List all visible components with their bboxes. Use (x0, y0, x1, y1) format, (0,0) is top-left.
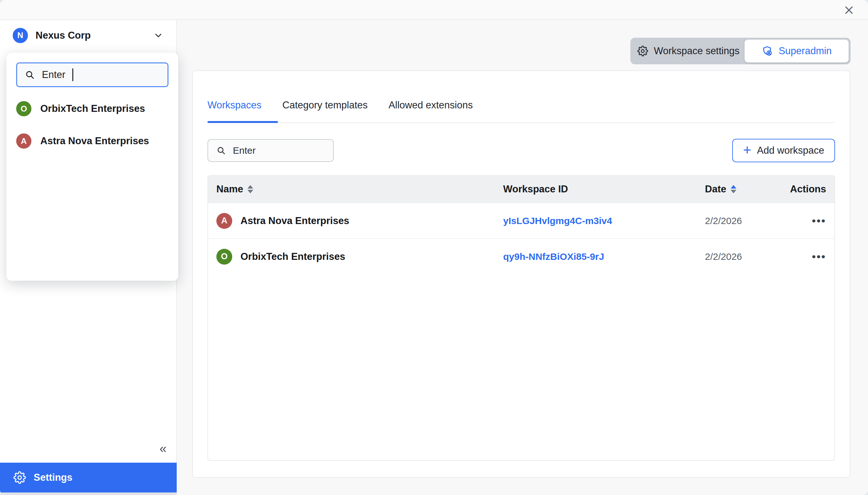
close-icon[interactable] (842, 3, 856, 17)
sort-icon-active[interactable] (731, 185, 736, 193)
org-item-name: Astra Nova Enterprises (40, 135, 149, 147)
chevron-down-icon[interactable] (153, 30, 163, 40)
tab-category-templates[interactable]: Category templates (282, 100, 368, 122)
column-header-name[interactable]: Name (208, 184, 503, 195)
window-titlebar (0, 0, 868, 20)
gear-icon (637, 46, 648, 56)
window-bottom-edge (0, 493, 177, 495)
sort-icon[interactable] (247, 185, 253, 193)
workspace-name: Astra Nova Enterprises (241, 215, 349, 226)
org-search-value: Enter (42, 69, 65, 81)
org-item-avatar: O (16, 101, 31, 116)
org-dropdown-panel: Enter O OrbixTech Enterprises A Astra No… (6, 53, 178, 281)
search-icon (25, 70, 35, 80)
workspace-id-link[interactable]: yIsLGJHvlgmg4C-m3iv4 (503, 216, 705, 226)
column-header-date[interactable]: Date (705, 184, 769, 195)
workspace-date: 2/2/2026 (705, 216, 769, 226)
mode-toggle: Workspace settings Superadmin (630, 38, 851, 64)
gear-icon (13, 471, 26, 484)
workspace-settings-label: Workspace settings (654, 45, 739, 57)
plus-icon: + (743, 143, 751, 157)
superadmin-label: Superadmin (779, 45, 832, 57)
search-icon (216, 146, 226, 155)
table-row[interactable]: O OrbixTech Enterprises qy9h-NNfzBiOXi85… (208, 238, 834, 274)
row-actions-menu-icon[interactable]: ••• (812, 250, 834, 263)
row-actions-menu-icon[interactable]: ••• (812, 215, 834, 227)
org-name: Nexus Corp (35, 30, 91, 41)
add-workspace-button[interactable]: + Add workspace (732, 139, 835, 162)
workspace-toolbar: Enter + Add workspace (208, 139, 835, 162)
tab-workspaces[interactable]: Workspaces (208, 100, 261, 122)
org-dropdown-item-orbixtech[interactable]: O OrbixTech Enterprises (16, 101, 168, 116)
workspace-avatar: A (216, 213, 232, 229)
column-header-workspace-id: Workspace ID (503, 184, 705, 195)
workspace-search-input[interactable]: Enter (208, 139, 334, 162)
org-dropdown-item-astra-nova[interactable]: A Astra Nova Enterprises (16, 133, 168, 149)
workspace-search-value: Enter (233, 145, 256, 156)
column-header-actions: Actions (790, 184, 834, 195)
add-workspace-label: Add workspace (757, 145, 824, 156)
shield-user-icon (761, 45, 773, 57)
workspace-settings-toggle[interactable]: Workspace settings (632, 45, 744, 57)
tab-allowed-extensions[interactable]: Allowed extensions (389, 100, 473, 122)
workspace-id-link[interactable]: qy9h-NNfzBiOXi85-9rJ (503, 251, 705, 262)
settings-label: Settings (34, 472, 72, 483)
tab-bar: Workspaces Category templates Allowed ex… (208, 71, 835, 123)
workspace-avatar: O (216, 249, 232, 264)
workspaces-table: Name Workspace ID Date Actions (208, 175, 835, 461)
sidebar-item-settings[interactable]: Settings (0, 463, 177, 493)
main-panel: Workspaces Category templates Allowed ex… (192, 70, 850, 478)
org-search-input[interactable]: Enter (16, 63, 168, 87)
workspace-name: OrbixTech Enterprises (241, 251, 345, 262)
text-cursor (72, 68, 73, 81)
org-item-name: OrbixTech Enterprises (40, 103, 145, 115)
org-selector[interactable]: N Nexus Corp (0, 20, 176, 51)
workspace-date: 2/2/2026 (705, 251, 769, 262)
table-row[interactable]: A Astra Nova Enterprises yIsLGJHvlgmg4C-… (208, 203, 834, 238)
org-avatar: N (13, 28, 28, 43)
org-item-avatar: A (16, 133, 31, 149)
table-header-row: Name Workspace ID Date Actions (208, 176, 834, 203)
sidebar-collapse-button[interactable]: « (160, 442, 167, 455)
app-window: N Nexus Corp « Settings (0, 0, 868, 495)
superadmin-toggle[interactable]: Superadmin (744, 40, 849, 63)
